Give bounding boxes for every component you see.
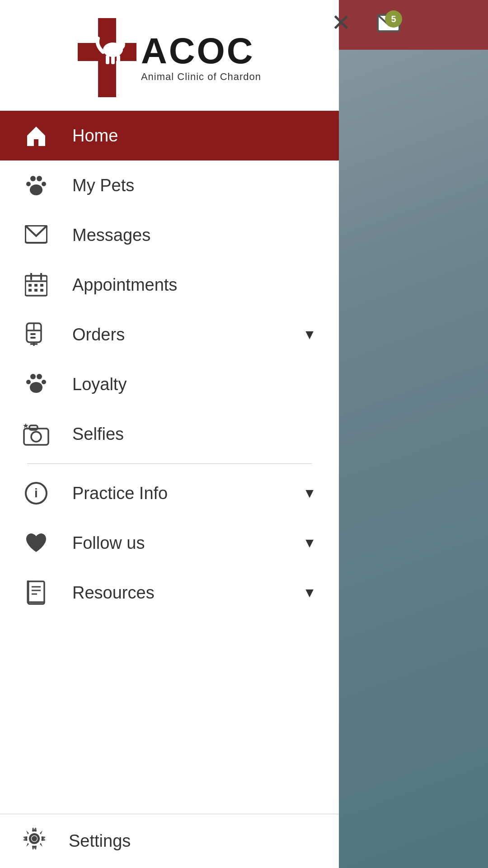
svg-point-10 bbox=[37, 176, 42, 181]
logo-acoc-text: ACOC bbox=[141, 33, 255, 69]
logo-subtitle-text: Animal Clinic of Chardon bbox=[141, 71, 261, 83]
svg-rect-28 bbox=[30, 333, 36, 335]
nav-label-selfies: Selfies bbox=[72, 425, 316, 444]
nav-item-resources[interactable]: Resources ▼ bbox=[0, 568, 339, 618]
nav-label-loyalty: Loyalty bbox=[72, 375, 316, 394]
svg-rect-22 bbox=[28, 289, 32, 292]
nav-label-follow-us: Follow us bbox=[72, 533, 280, 553]
book-icon bbox=[23, 579, 50, 606]
nav-item-practice-info[interactable]: i Practice Info ▼ bbox=[0, 468, 339, 518]
settings-label: Settings bbox=[69, 831, 131, 851]
svg-rect-24 bbox=[40, 289, 43, 292]
practice-info-arrow-icon: ▼ bbox=[303, 486, 316, 501]
svg-rect-40 bbox=[29, 425, 38, 430]
svg-point-34 bbox=[26, 380, 31, 384]
svg-point-9 bbox=[30, 176, 36, 181]
camera-star-icon bbox=[23, 420, 50, 448]
svg-rect-23 bbox=[34, 289, 38, 292]
close-icon: ✕ bbox=[331, 9, 351, 36]
svg-point-39 bbox=[31, 432, 41, 442]
svg-point-12 bbox=[42, 182, 46, 186]
nav-label-messages: Messages bbox=[72, 226, 316, 245]
nav-item-messages[interactable]: Messages bbox=[0, 210, 339, 260]
nav-item-my-pets[interactable]: My Pets bbox=[0, 160, 339, 210]
svg-rect-29 bbox=[30, 337, 36, 339]
svg-rect-8 bbox=[117, 55, 120, 63]
resources-arrow-icon: ▼ bbox=[303, 585, 316, 600]
nav-item-home[interactable]: Home bbox=[0, 111, 339, 160]
nav-item-orders[interactable]: Orders ▼ bbox=[0, 310, 339, 359]
svg-marker-5 bbox=[117, 35, 123, 41]
svg-point-33 bbox=[37, 374, 42, 379]
svg-point-35 bbox=[42, 380, 46, 384]
svg-point-13 bbox=[30, 184, 42, 195]
svg-marker-41 bbox=[23, 423, 28, 428]
svg-rect-21 bbox=[40, 284, 43, 287]
nav-item-follow-us[interactable]: Follow us ▼ bbox=[0, 518, 339, 568]
svg-rect-19 bbox=[28, 284, 32, 287]
logo-cross-icon bbox=[78, 18, 136, 97]
gear-icon bbox=[23, 827, 46, 856]
svg-point-11 bbox=[26, 182, 31, 186]
svg-rect-6 bbox=[106, 55, 109, 64]
nav-label-orders: Orders bbox=[72, 325, 280, 344]
nav-item-appointments[interactable]: Appointments bbox=[0, 260, 339, 310]
nav-label-resources: Resources bbox=[72, 583, 280, 603]
svg-rect-20 bbox=[34, 284, 38, 287]
nav-label-my-pets: My Pets bbox=[72, 176, 316, 195]
loyalty-icon bbox=[23, 371, 50, 398]
svg-rect-7 bbox=[111, 55, 115, 64]
svg-point-32 bbox=[30, 374, 36, 379]
navigation-drawer: ACOC Animal Clinic of Chardon Home bbox=[0, 0, 339, 868]
nav-label-practice-info: Practice Info bbox=[72, 484, 280, 503]
nav-label-home: Home bbox=[72, 126, 316, 146]
nav-item-loyalty[interactable]: Loyalty bbox=[0, 359, 339, 409]
follow-us-arrow-icon: ▼ bbox=[303, 535, 316, 551]
svg-rect-44 bbox=[28, 581, 44, 604]
orders-arrow-icon: ▼ bbox=[303, 327, 316, 342]
message-badge: 5 bbox=[385, 10, 402, 28]
nav-item-selfies[interactable]: Selfies bbox=[0, 409, 339, 459]
message-button[interactable]: 5 bbox=[371, 8, 407, 40]
svg-point-52 bbox=[32, 836, 37, 841]
nav-menu: Home My Pets Me bbox=[0, 111, 339, 814]
nav-label-appointments: Appointments bbox=[72, 275, 316, 295]
heart-icon bbox=[23, 529, 50, 557]
home-icon bbox=[23, 122, 50, 149]
logo-area: ACOC Animal Clinic of Chardon bbox=[0, 0, 339, 111]
paw-icon bbox=[23, 172, 50, 199]
settings-bar[interactable]: Settings bbox=[0, 814, 339, 868]
mail-icon bbox=[23, 222, 50, 249]
svg-text:i: i bbox=[34, 486, 38, 500]
calendar-icon bbox=[23, 271, 50, 298]
close-button[interactable]: ✕ bbox=[328, 9, 355, 36]
info-icon: i bbox=[23, 480, 50, 507]
nav-divider bbox=[27, 463, 312, 464]
pill-icon bbox=[23, 321, 50, 348]
